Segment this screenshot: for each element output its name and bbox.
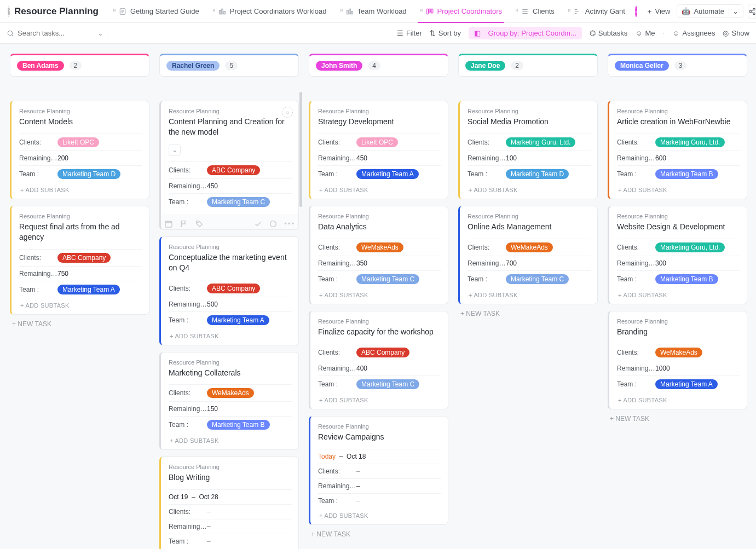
add-subtask-button[interactable]: + ADD SUBTASK xyxy=(468,287,591,299)
share-button[interactable] xyxy=(748,4,756,19)
task-card[interactable]: Resource PlanningRequest final arts from… xyxy=(10,206,149,315)
task-card[interactable]: Resource PlanningData AnalyticsClients:W… xyxy=(309,206,448,304)
task-card[interactable]: Resource PlanningBrandingClients:WeMakeA… xyxy=(608,311,747,409)
add-subtask-button[interactable]: + ADD SUBTASK xyxy=(318,287,441,299)
task-card[interactable]: Resource PlanningConceptualize the marke… xyxy=(159,236,299,345)
svg-point-10 xyxy=(753,8,755,10)
add-subtask-button[interactable]: + ADD SUBTASK xyxy=(468,182,591,194)
view-tab[interactable]: ⠿Clients xyxy=(509,0,561,23)
add-view-button[interactable]: ＋View xyxy=(640,7,676,16)
add-subtask-button[interactable]: + ADD SUBTASK xyxy=(318,508,441,520)
me-button[interactable]: ☺Me xyxy=(635,29,655,37)
sort-button[interactable]: ⇅Sort by xyxy=(430,29,461,37)
task-title: Social Media Promotion xyxy=(468,117,591,127)
team-tag[interactable]: Marketing Team C xyxy=(356,274,419,284)
column-header[interactable]: Monica Geller 3 xyxy=(608,54,747,77)
subtask-indicator-icon[interactable]: ⌄ xyxy=(169,144,181,156)
column-header[interactable]: Jane Doe 2 xyxy=(458,54,598,77)
new-task-button[interactable]: + NEW TASK xyxy=(10,315,149,333)
team-tag[interactable]: Marketing Team A xyxy=(207,315,269,325)
client-tag[interactable]: LikeIt OPC xyxy=(356,137,398,147)
add-subtask-button[interactable]: + ADD SUBTASK xyxy=(617,182,740,194)
add-subtask-button[interactable]: + ADD SUBTASK xyxy=(318,182,441,194)
client-tag[interactable]: ABC Company xyxy=(57,253,111,263)
calendar-icon[interactable] xyxy=(164,219,173,228)
add-subtask-button[interactable]: + ADD SUBTASK xyxy=(169,328,292,340)
add-subtask-button[interactable]: + ADD SUBTASK xyxy=(318,392,441,404)
add-subtask-button[interactable]: + ADD SUBTASK xyxy=(19,182,142,194)
flag-icon[interactable] xyxy=(180,219,188,228)
client-tag[interactable]: WeMakeAds xyxy=(356,242,403,252)
task-card[interactable]: Resource PlanningArticle creation in Web… xyxy=(608,101,747,199)
automate-button[interactable]: 🤖 Automate ⌄ xyxy=(677,4,743,18)
group-by-button[interactable]: ◧ Group by: Project Coordin... xyxy=(469,27,582,39)
filter-button[interactable]: ☰Filter xyxy=(397,29,422,37)
client-tag[interactable]: ABC Company xyxy=(207,165,260,175)
task-card[interactable]: Resource PlanningContent ModelsClients:L… xyxy=(10,101,149,199)
view-tab[interactable]: ⠿Activity Gant xyxy=(561,0,632,23)
add-subtask-button[interactable]: + ADD SUBTASK xyxy=(617,287,740,299)
more-icon[interactable]: ••• xyxy=(284,219,295,228)
task-card[interactable]: Resource PlanningMarketing CollateralsCl… xyxy=(159,352,299,450)
scrollbar[interactable] xyxy=(299,92,302,207)
assignee-placeholder-icon[interactable]: ☺ xyxy=(282,107,293,118)
field-label: Clients: xyxy=(318,244,356,251)
client-tag[interactable]: Marketing Guru, Ltd. xyxy=(506,137,575,147)
team-tag[interactable]: Marketing Team D xyxy=(506,169,569,179)
team-tag[interactable]: Marketing Team A xyxy=(655,379,718,389)
remaining-value: – xyxy=(207,523,211,530)
task-card[interactable]: Resource PlanningSocial Media PromotionC… xyxy=(458,101,598,199)
chevron-down-icon[interactable]: ⌄ xyxy=(97,29,103,37)
add-subtask-button[interactable]: + ADD SUBTASK xyxy=(617,392,740,404)
team-tag[interactable]: Marketing Team B xyxy=(207,420,270,430)
new-task-button[interactable]: + NEW TASK xyxy=(608,409,747,428)
client-tag[interactable]: ABC Company xyxy=(356,348,409,357)
check-icon[interactable] xyxy=(253,219,262,228)
task-title: Review Campaigns xyxy=(318,432,441,442)
tabs-scroll-right-button[interactable]: › xyxy=(635,6,637,17)
client-tag[interactable]: WeMakeAds xyxy=(655,348,702,357)
task-card[interactable]: ☺Resource PlanningContent Planning and C… xyxy=(159,101,299,230)
task-card[interactable]: Resource PlanningReview CampaignsToday –… xyxy=(309,416,448,525)
add-subtask-button[interactable]: + ADD SUBTASK xyxy=(169,433,292,445)
team-tag[interactable]: Marketing Team A xyxy=(57,285,120,294)
client-tag[interactable]: Marketing Guru, Ltd. xyxy=(655,137,725,147)
field-label: Remaining ... xyxy=(169,300,207,308)
team-tag[interactable]: Marketing Team C xyxy=(506,274,569,284)
assignees-button[interactable]: ☺Assignees xyxy=(672,29,715,37)
subtasks-button[interactable]: ⌬Subtasks xyxy=(590,29,627,37)
new-task-button[interactable]: + NEW TASK xyxy=(309,525,448,544)
view-tab[interactable]: ⠿Team Workload xyxy=(333,0,413,23)
task-card[interactable]: Resource PlanningStrategy DevelopmentCli… xyxy=(309,101,448,199)
team-tag[interactable]: Marketing Team B xyxy=(655,274,718,284)
field-label: Team : xyxy=(19,286,57,293)
team-tag[interactable]: Marketing Team C xyxy=(207,197,270,207)
task-card[interactable]: Resource PlanningFinalize capacity for t… xyxy=(309,311,448,409)
column-header[interactable]: Rachel Green 5 xyxy=(159,54,299,77)
view-type-icon xyxy=(118,7,127,16)
column-header[interactable]: John Smith 4 xyxy=(309,54,448,77)
client-tag[interactable]: ABC Company xyxy=(207,284,260,293)
task-card[interactable]: Resource PlanningBlog WritingOct 19 – Oc… xyxy=(159,456,299,549)
task-card[interactable]: Resource PlanningOnline Ads ManagementCl… xyxy=(458,206,598,304)
client-tag[interactable]: WeMakeAds xyxy=(207,388,254,398)
team-tag[interactable]: Marketing Team B xyxy=(655,169,718,179)
client-tag[interactable]: LikeIt OPC xyxy=(57,137,99,147)
show-button[interactable]: ◎Show xyxy=(723,29,749,37)
add-subtask-button[interactable]: + ADD SUBTASK xyxy=(19,298,142,310)
circle-icon[interactable] xyxy=(269,219,278,228)
task-card[interactable]: Resource PlanningWebsite Design & Develo… xyxy=(608,206,747,304)
team-tag[interactable]: Marketing Team D xyxy=(57,169,120,179)
search-input[interactable] xyxy=(18,29,94,37)
view-tab[interactable]: ⠿Getting Started Guide xyxy=(106,0,206,23)
team-tag[interactable]: Marketing Team C xyxy=(356,379,419,389)
new-task-button[interactable]: + NEW TASK xyxy=(458,304,598,323)
team-tag[interactable]: Marketing Team A xyxy=(356,169,419,179)
client-tag[interactable]: Marketing Guru, Ltd. xyxy=(655,242,725,252)
project-label: Resource Planning xyxy=(318,213,441,219)
tag-icon[interactable] xyxy=(195,219,204,228)
view-tab[interactable]: ⠿Project Coordinators Workload xyxy=(206,0,333,23)
column-header[interactable]: Ben Adams 2 xyxy=(10,54,149,77)
client-tag[interactable]: WeMakeAds xyxy=(506,242,553,252)
view-tab[interactable]: ⠿Project Coordinators xyxy=(413,0,509,23)
